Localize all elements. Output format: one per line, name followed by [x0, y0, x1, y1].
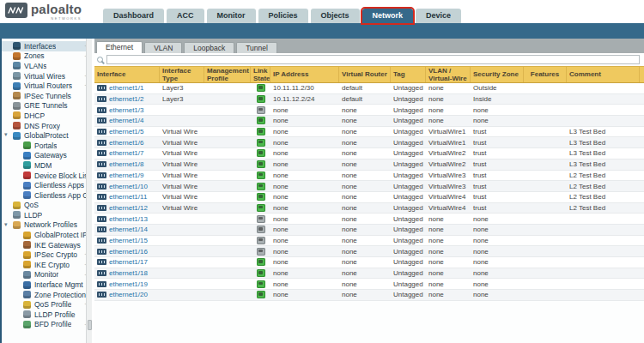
table-row[interactable]: ethernet1/19nonenoneUntaggednonenone	[94, 279, 644, 290]
cell-interface[interactable]: ethernet1/3	[94, 105, 160, 115]
sidebar-item-qos[interactable]: QoS	[2, 201, 92, 211]
table-row[interactable]: ethernet1/13nonenoneUntaggednonenone	[94, 214, 644, 225]
cell-interface[interactable]: ethernet1/19	[94, 279, 160, 289]
table-row[interactable]: ethernet1/12Virtual WirenonenoneUntagged…	[94, 203, 644, 214]
sidebar-item-interface-mgmt[interactable]: Interface Mgmt	[2, 280, 92, 290]
interface-link[interactable]: ethernet1/13	[109, 215, 148, 223]
nav-tab-device[interactable]: Device	[416, 9, 461, 23]
interface-link[interactable]: ethernet1/20	[109, 291, 148, 298]
table-row[interactable]: ethernet1/18nonenoneUntaggednonenone	[94, 268, 644, 280]
column-header-management-profile[interactable]: Management Profile	[204, 67, 251, 82]
interface-link[interactable]: ethernet1/4	[109, 117, 143, 124]
interface-link[interactable]: ethernet1/18	[109, 269, 148, 277]
tab-tunnel[interactable]: Tunnel	[236, 42, 277, 53]
table-row[interactable]: ethernet1/1Layer310.11.11.2/30defaultUnt…	[94, 83, 644, 94]
cell-interface[interactable]: ethernet1/10	[94, 181, 160, 191]
sidebar-item-ike-crypto[interactable]: IKE Crypto+	[2, 260, 92, 270]
column-header-features[interactable]: Features	[524, 67, 567, 82]
nav-tab-objects[interactable]: Objects	[311, 9, 360, 23]
tab-vlan[interactable]: VLAN	[144, 42, 182, 53]
sidebar-item-gre-tunnels[interactable]: GRE Tunnels	[2, 101, 92, 111]
sidebar-item-monitor[interactable]: Monitor+	[2, 270, 92, 280]
sidebar-item-portals[interactable]: Portals	[2, 141, 92, 151]
cell-interface[interactable]: ethernet1/18	[94, 268, 160, 279]
sidebar-item-mdm[interactable]: MDM	[2, 160, 92, 171]
cell-interface[interactable]: ethernet1/4	[94, 116, 160, 126]
interface-link[interactable]: ethernet1/12	[109, 204, 148, 212]
sidebar-item-virtual-routers[interactable]: Virtual Routers+	[2, 81, 92, 91]
nav-tab-dashboard[interactable]: Dashboard	[103, 9, 164, 23]
cell-interface[interactable]: ethernet1/13	[94, 214, 160, 224]
table-row[interactable]: ethernet1/7Virtual WirenonenoneUntaggedV…	[94, 148, 644, 159]
nav-tab-policies[interactable]: Policies	[258, 9, 308, 23]
sidebar-scrollbar[interactable]	[86, 39, 92, 343]
sidebar-item-interfaces[interactable]: Interfaces+	[2, 41, 92, 51]
interface-link[interactable]: ethernet1/5	[109, 128, 143, 135]
cell-interface[interactable]: ethernet1/8	[94, 159, 160, 170]
cell-interface[interactable]: ethernet1/12	[94, 203, 160, 214]
expand-arrow-icon[interactable]: ▾	[4, 131, 8, 138]
sidebar-item-dns-proxy[interactable]: DNS Proxy	[2, 121, 92, 131]
table-row[interactable]: ethernet1/4nonenoneUntaggednonenone	[94, 116, 644, 127]
nav-tab-monitor[interactable]: Monitor	[207, 9, 256, 23]
sidebar-item-lldp[interactable]: LLDP	[2, 210, 92, 220]
column-header-vlan-virtual-wire[interactable]: VLAN / Virtual-Wire	[426, 67, 471, 82]
interface-link[interactable]: ethernet1/9	[109, 172, 143, 179]
table-row[interactable]: ethernet1/2Layer310.11.12.2/24defaultUnt…	[94, 94, 644, 105]
cell-interface[interactable]: ethernet1/17	[94, 257, 160, 268]
column-header-interface[interactable]: Interface	[94, 67, 160, 82]
column-header-tag[interactable]: Tag	[391, 67, 426, 82]
interface-link[interactable]: ethernet1/6	[109, 139, 143, 147]
table-row[interactable]: ethernet1/10Virtual WirenonenoneUntagged…	[94, 181, 644, 192]
expand-arrow-icon[interactable]: ▾	[4, 221, 8, 228]
search-input[interactable]	[106, 55, 640, 64]
column-header-interface-type[interactable]: Interface Type	[160, 67, 204, 82]
cell-interface[interactable]: ethernet1/9	[94, 171, 160, 181]
sidebar-item-clientless-apps[interactable]: Clientless Apps	[2, 180, 92, 190]
table-row[interactable]: ethernet1/20nonenoneUntaggednonenone	[94, 290, 644, 301]
interface-link[interactable]: ethernet1/19	[109, 280, 148, 288]
cell-interface[interactable]: ethernet1/16	[94, 246, 160, 256]
table-row[interactable]: ethernet1/5Virtual WirenonenoneUntaggedV…	[94, 127, 644, 138]
sidebar-item-ike-gateways[interactable]: IKE Gateways	[2, 240, 92, 250]
sidebar-item-dhcp[interactable]: DHCP	[2, 111, 92, 121]
sidebar-item-ipsec-crypto[interactable]: IPSec Crypto+	[2, 250, 92, 260]
sidebar-item-ipsec-tunnels[interactable]: IPSec Tunnels	[2, 91, 92, 101]
interface-link[interactable]: ethernet1/2	[109, 95, 143, 103]
sidebar-item-qos-profile[interactable]: QoS Profile+	[2, 299, 92, 310]
sidebar-item-gateways[interactable]: Gateways	[2, 151, 92, 161]
interface-link[interactable]: ethernet1/16	[109, 248, 148, 256]
cell-interface[interactable]: ethernet1/1	[94, 83, 160, 93]
table-row[interactable]: ethernet1/16nonenoneUntaggednonenone	[94, 246, 644, 257]
table-row[interactable]: ethernet1/3nonenoneUntaggednonenone	[94, 105, 644, 116]
tab-loopback[interactable]: Loopback	[184, 42, 234, 53]
sidebar-item-virtual-wires[interactable]: Virtual Wires+	[2, 71, 92, 81]
cell-interface[interactable]: ethernet1/11	[94, 192, 160, 202]
interface-link[interactable]: ethernet1/17	[109, 258, 148, 266]
interface-link[interactable]: ethernet1/10	[109, 183, 148, 190]
column-header-link-state[interactable]: Link State	[251, 67, 270, 82]
interface-link[interactable]: ethernet1/7	[109, 149, 143, 157]
sidebar-item-vlans[interactable]: VLANs	[2, 61, 92, 71]
interface-link[interactable]: ethernet1/3	[109, 106, 143, 114]
sidebar-item-globalprotect-ipsec-crypto[interactable]: GlobalProtect IPSec Crypto+	[2, 230, 92, 240]
table-row[interactable]: ethernet1/6Virtual WirenonenoneUntaggedV…	[94, 137, 644, 148]
interface-link[interactable]: ethernet1/14	[109, 226, 148, 233]
cell-interface[interactable]: ethernet1/5	[94, 127, 160, 137]
table-row[interactable]: ethernet1/17nonenoneUntaggednonenone	[94, 257, 644, 268]
interface-link[interactable]: ethernet1/15	[109, 237, 148, 244]
cell-interface[interactable]: ethernet1/2	[94, 94, 160, 105]
sidebar-item-bfd-profile[interactable]: BFD Profile+	[2, 320, 92, 330]
sidebar-item-globalprotect[interactable]: ▾GlobalProtect	[2, 130, 92, 141]
table-row[interactable]: ethernet1/15nonenoneUntaggednonenone	[94, 236, 644, 247]
sidebar-item-lldp-profile[interactable]: LLDP Profile	[2, 310, 92, 320]
interface-link[interactable]: ethernet1/11	[109, 193, 147, 201]
column-header-security-zone[interactable]: Security Zone	[471, 67, 524, 82]
sidebar-item-clientless-app-groups[interactable]: Clientless App Groups	[2, 190, 92, 201]
sidebar-item-network-profiles[interactable]: ▾Network Profiles	[2, 220, 92, 231]
interface-link[interactable]: ethernet1/1	[109, 84, 143, 92]
table-row[interactable]: ethernet1/9Virtual WirenonenoneUntaggedV…	[94, 171, 644, 182]
sidebar-item-device-block-list[interactable]: Device Block List	[2, 171, 92, 181]
table-row[interactable]: ethernet1/11Virtual WirenonenoneUntagged…	[94, 192, 644, 203]
column-header-ip-address[interactable]: IP Address	[270, 67, 339, 82]
